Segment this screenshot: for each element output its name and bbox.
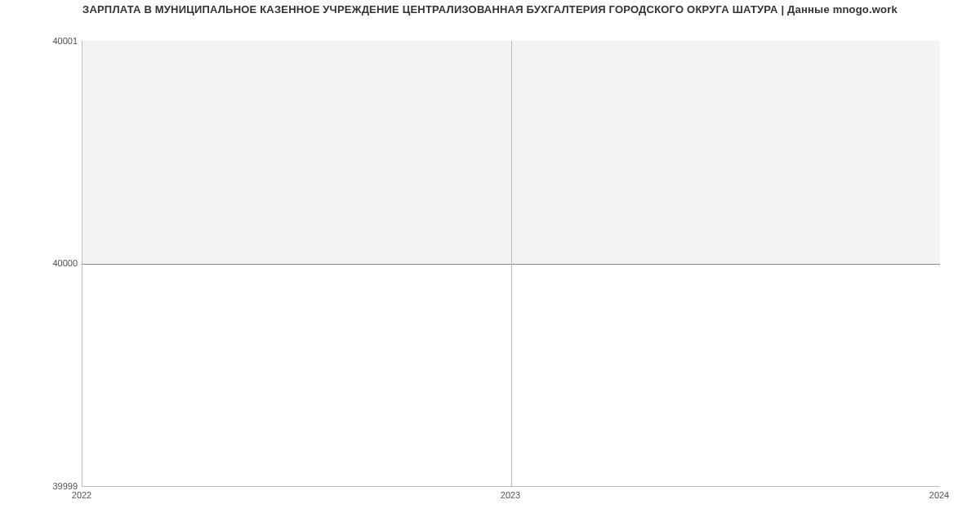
y-tick-top: 40001 (4, 36, 78, 46)
x-tick-2022: 2022 (72, 490, 91, 500)
y-tick-bottom: 39999 (4, 481, 78, 491)
gridline-2023 (511, 41, 512, 486)
y-tick-mid: 40000 (4, 258, 78, 268)
chart-title: ЗАРПЛАТА В МУНИЦИПАЛЬНОЕ КАЗЕННОЕ УЧРЕЖД… (0, 3, 980, 16)
x-tick-2024: 2024 (929, 490, 949, 500)
plot-area (82, 41, 940, 487)
salary-chart: ЗАРПЛАТА В МУНИЦИПАЛЬНОЕ КАЗЕННОЕ УЧРЕЖД… (0, 0, 980, 531)
x-tick-2023: 2023 (501, 490, 520, 500)
